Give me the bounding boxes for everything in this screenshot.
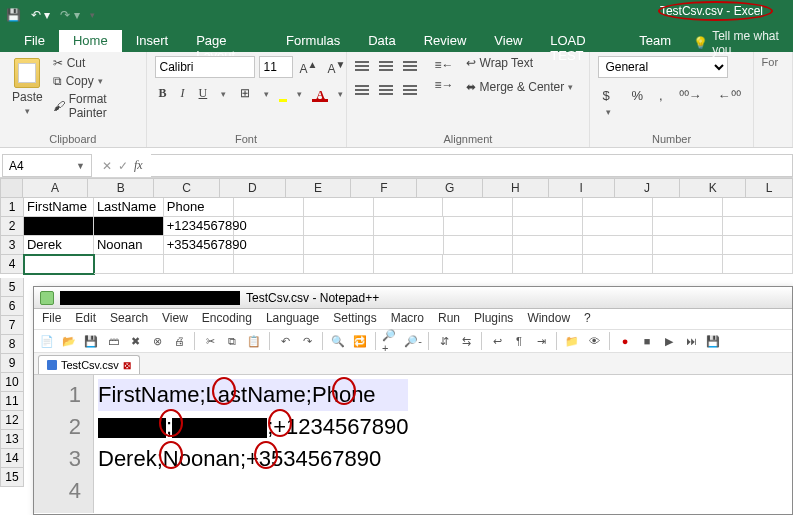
row-header[interactable]: 9 <box>0 354 24 373</box>
menu-edit[interactable]: Edit <box>75 311 96 327</box>
fill-color-button[interactable] <box>279 86 287 102</box>
bold-button[interactable]: B <box>155 84 171 103</box>
accounting-button[interactable]: $ ▾ <box>598 86 619 120</box>
close-icon[interactable]: ✖ <box>126 332 144 350</box>
tab-view[interactable]: View <box>480 30 536 52</box>
tab-load-test[interactable]: LOAD TEST <box>536 30 625 52</box>
formula-input[interactable] <box>151 154 793 177</box>
close-all-icon[interactable]: ⊗ <box>148 332 166 350</box>
cell[interactable]: +1234567890 <box>164 217 234 236</box>
col-header[interactable]: A <box>23 178 89 198</box>
qat-customize-icon[interactable]: ▾ <box>90 10 95 20</box>
cell[interactable] <box>583 255 653 274</box>
font-size-select[interactable] <box>259 56 293 78</box>
row-header[interactable]: 10 <box>0 373 24 392</box>
shrink-font-icon[interactable]: A▼ <box>324 57 348 78</box>
cell[interactable] <box>443 198 513 217</box>
menu-macro[interactable]: Macro <box>391 311 424 327</box>
row-header[interactable]: 14 <box>0 449 24 468</box>
menu-search[interactable]: Search <box>110 311 148 327</box>
fx-icon[interactable]: fx <box>134 158 143 173</box>
npp-tab[interactable]: TestCsv.csv⊠ <box>38 355 140 374</box>
col-header[interactable]: F <box>351 178 417 198</box>
row-header[interactable]: 7 <box>0 316 24 335</box>
cell[interactable] <box>304 198 374 217</box>
cell[interactable] <box>444 217 514 236</box>
menu-view[interactable]: View <box>162 311 188 327</box>
zoom-in-icon[interactable]: 🔎+ <box>382 332 400 350</box>
col-header[interactable]: C <box>154 178 220 198</box>
cut-button[interactable]: ✂Cut <box>53 56 138 70</box>
close-tab-icon[interactable]: ⊠ <box>123 360 131 371</box>
cell-redacted[interactable] <box>94 217 164 236</box>
name-box[interactable]: A4▼ <box>2 154 92 177</box>
sync-h-icon[interactable]: ⇆ <box>457 332 475 350</box>
cell[interactable] <box>723 198 793 217</box>
paste-icon[interactable]: 📋 <box>245 332 263 350</box>
col-header[interactable]: B <box>88 178 154 198</box>
indent-icon[interactable]: ⇥ <box>532 332 550 350</box>
cell[interactable] <box>723 236 793 255</box>
cell[interactable] <box>583 236 653 255</box>
col-header[interactable]: I <box>549 178 615 198</box>
align-buttons[interactable] <box>355 56 423 100</box>
enter-icon[interactable]: ✓ <box>118 159 128 173</box>
cell[interactable]: Derek <box>24 236 94 255</box>
format-painter-button[interactable]: 🖌Format Painter <box>53 92 138 120</box>
tab-home[interactable]: Home <box>59 30 122 52</box>
cell[interactable] <box>94 255 164 274</box>
cell[interactable]: LastName <box>94 198 164 217</box>
cell[interactable] <box>374 236 444 255</box>
play-icon[interactable]: ▶ <box>660 332 678 350</box>
cell[interactable] <box>653 255 723 274</box>
cell[interactable] <box>304 255 374 274</box>
menu-window[interactable]: Window <box>527 311 570 327</box>
menu-help[interactable]: ? <box>584 311 591 327</box>
cell[interactable] <box>443 255 513 274</box>
redo-icon[interactable]: ↷ ▾ <box>60 8 79 22</box>
col-header[interactable]: K <box>680 178 746 198</box>
cell[interactable] <box>444 236 514 255</box>
cell[interactable] <box>513 217 583 236</box>
border-button[interactable]: ⊞ <box>236 84 254 103</box>
tab-review[interactable]: Review <box>410 30 481 52</box>
merge-center-button[interactable]: ⬌Merge & Center ▾ <box>466 80 574 94</box>
row-header[interactable]: 2 <box>0 217 24 236</box>
col-header[interactable]: E <box>286 178 352 198</box>
copy-button[interactable]: ⧉Copy ▾ <box>53 74 138 88</box>
cell[interactable] <box>723 217 793 236</box>
cell[interactable] <box>234 217 304 236</box>
cell[interactable] <box>583 217 653 236</box>
save-icon[interactable]: 💾 <box>6 8 21 22</box>
row-header[interactable]: 12 <box>0 411 24 430</box>
menu-run[interactable]: Run <box>438 311 460 327</box>
col-header[interactable]: D <box>220 178 286 198</box>
decrease-decimal-button[interactable]: ←⁰⁰ <box>714 86 745 120</box>
cell[interactable] <box>374 217 444 236</box>
menu-plugins[interactable]: Plugins <box>474 311 513 327</box>
cell[interactable] <box>234 198 304 217</box>
underline-button[interactable]: U <box>195 84 212 103</box>
cell[interactable] <box>653 198 723 217</box>
menu-settings[interactable]: Settings <box>333 311 376 327</box>
indent-buttons[interactable]: ≡←≡→ <box>435 56 454 100</box>
copy-icon[interactable]: ⧉ <box>223 332 241 350</box>
cell[interactable]: Phone <box>164 198 234 217</box>
code-area[interactable]: FirstName;LastName;Phone ;;+1234567890 D… <box>94 375 408 513</box>
active-cell[interactable] <box>24 255 94 274</box>
tell-me[interactable]: 💡Tell me what you <box>685 30 793 52</box>
redo-icon[interactable]: ↷ <box>298 332 316 350</box>
col-header[interactable]: H <box>483 178 549 198</box>
comma-button[interactable]: , <box>655 86 667 120</box>
col-header[interactable]: J <box>615 178 681 198</box>
col-header[interactable]: G <box>417 178 483 198</box>
cell[interactable] <box>653 236 723 255</box>
cell[interactable] <box>653 217 723 236</box>
tab-team[interactable]: Team <box>625 30 685 52</box>
row-header[interactable]: 8 <box>0 335 24 354</box>
replace-icon[interactable]: 🔁 <box>351 332 369 350</box>
row-header[interactable]: 5 <box>0 278 24 297</box>
find-icon[interactable]: 🔍 <box>329 332 347 350</box>
tab-file[interactable]: File <box>10 30 59 52</box>
play-multi-icon[interactable]: ⏭ <box>682 332 700 350</box>
